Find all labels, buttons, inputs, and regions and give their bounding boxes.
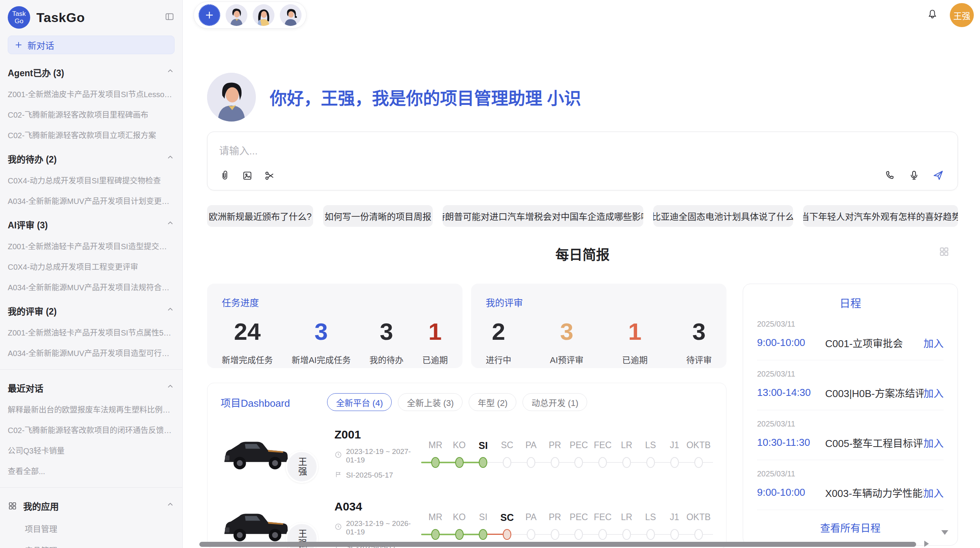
- sidebar-item[interactable]: 查看全部...: [8, 465, 175, 476]
- section-header[interactable]: AI评审 (3): [8, 218, 175, 231]
- sidebar-item[interactable]: A034-全新新能源MUV产品开发项目造型可行性评审: [8, 347, 175, 358]
- milestone-label: SC: [501, 440, 513, 452]
- milestone-circle: [574, 529, 583, 540]
- milestone-label: PEC: [570, 512, 588, 524]
- milestone-circle: [694, 529, 703, 540]
- milestone-label: FEC: [594, 440, 612, 452]
- project-thumbnail: 王强: [221, 431, 318, 477]
- sidebar-item[interactable]: C02-飞腾新能源轻客改款项目里程碑画布: [8, 109, 175, 120]
- sidebar-item[interactable]: 解释最新出台的欧盟报废车法规再生塑料比例被调至15%...: [8, 404, 175, 415]
- sidebar-item[interactable]: C02-飞腾新能源轻客改款项目的闭环通告反馈情况: [8, 424, 175, 435]
- milestone-timeline: MRKOSISCPAPRPECFECLRLSJ1OKTB: [421, 512, 713, 540]
- phone-icon[interactable]: [884, 170, 896, 183]
- project-row[interactable]: 王强A0342023-12-19 ~ 2026-01-19SC-2025-05-…: [221, 497, 713, 548]
- layout-grid-icon[interactable]: [939, 246, 949, 259]
- plus-icon: [14, 41, 23, 49]
- collapse-panel-icon[interactable]: [164, 12, 175, 23]
- milestone-label: OKTB: [686, 512, 711, 524]
- stat-value: 24: [234, 319, 261, 344]
- milestone: PR: [543, 440, 567, 468]
- milestone-label: KO: [453, 512, 466, 524]
- milestone: PA: [519, 512, 543, 540]
- chat-input[interactable]: 请输入...: [207, 132, 958, 190]
- dashboard-tabs: 全新平台 (4)全新上装 (3)年型 (2)动总开发 (1): [327, 393, 587, 411]
- project-list: 王强Z0012023-12-19 ~ 2027-01-19SI-2025-05-…: [221, 425, 713, 548]
- chevron-up-icon: [166, 382, 175, 393]
- microphone-icon[interactable]: [908, 170, 920, 183]
- sidebar-item[interactable]: Z001-全新燃油轻卡产品开发项目SI节点属性5D文件评审: [8, 327, 175, 338]
- suggestion-chip[interactable]: 欧洲新规最近颁布了什么?: [207, 205, 313, 227]
- dashboard-tab[interactable]: 年型 (2): [469, 393, 516, 411]
- section-header[interactable]: Agent已办 (3): [8, 66, 175, 79]
- schedule-time: 10:30-11:30: [757, 437, 825, 449]
- sidebar-item[interactable]: Z001-全新燃油皮卡产品开发项目SI节点Lesson Learn报告: [8, 88, 175, 99]
- send-icon[interactable]: [932, 169, 944, 183]
- milestone: SC: [495, 512, 519, 540]
- sidebar-item[interactable]: C02-飞腾新能源轻客改款项目立项汇报方案: [8, 129, 175, 140]
- content: 你好，王强，我是你的项目管理助理 小识 请输入...: [207, 0, 958, 548]
- milestone-label: SI: [479, 512, 488, 524]
- join-link[interactable]: 加入: [923, 385, 944, 400]
- milestone-timeline: MRKOSISCPAPRPECFECLRLSJ1OKTB: [421, 440, 713, 468]
- milestone-label: MR: [428, 440, 442, 452]
- milestone-label: J1: [670, 512, 679, 524]
- schedule-item: 2025/03/1113:00-14:30C003|H0B-方案冻结评审加入: [757, 360, 944, 410]
- milestone-circle: [598, 529, 607, 540]
- dashboard-tab[interactable]: 全新平台 (4): [327, 393, 392, 411]
- stat: 3新增AI完成任务: [291, 319, 351, 365]
- scroll-right-arrow-icon[interactable]: [924, 541, 929, 547]
- sidebar-item-my-apps[interactable]: 我的应用: [8, 499, 175, 512]
- project-code: A034: [334, 500, 421, 513]
- stat-label: 新增AI完成任务: [291, 353, 351, 365]
- project-flag-text: SI-2025-05-17: [346, 471, 393, 480]
- flag-icon: [334, 471, 346, 480]
- suggestion-chip[interactable]: 特朗普可能对进口汽车增税会对中国车企造成哪些影响: [443, 205, 643, 227]
- suggestion-chip[interactable]: 当下年轻人对汽车外观有怎样的喜好趋势: [803, 205, 958, 227]
- new-chat-button[interactable]: 新对话: [8, 36, 175, 54]
- my-apps-item[interactable]: 项目管理: [25, 522, 175, 534]
- section-header[interactable]: 我的待办 (2): [8, 152, 175, 165]
- stat-label: 进行中: [486, 353, 511, 365]
- scissors-icon[interactable]: [264, 170, 276, 183]
- sidebar-item[interactable]: C0X4-动力总成开发项目工程变更评审: [8, 261, 175, 272]
- sidebar-item[interactable]: A034-全新新能源MUV产品开发项目计划变更表编写: [8, 195, 175, 206]
- sidebar-item[interactable]: A034-全新新能源MUV产品开发项目法规符合性评审: [8, 281, 175, 293]
- scroll-down-arrow-icon[interactable]: [941, 530, 948, 535]
- truck-image: [221, 503, 294, 547]
- horizontal-scrollbar[interactable]: [199, 542, 916, 547]
- attachment-icon[interactable]: [219, 170, 231, 183]
- project-thumbnail: 王强: [221, 503, 318, 548]
- clock-icon: [334, 523, 346, 533]
- clock-icon: [334, 451, 346, 461]
- apps-grid-icon: [8, 501, 17, 510]
- suggestion-chip[interactable]: 如何写一份清晰的项目周报: [323, 205, 433, 227]
- suggestion-chip[interactable]: 比亚迪全固态电池计划具体说了什么: [653, 205, 793, 227]
- dashboard-tab[interactable]: 全新上装 (3): [398, 393, 463, 411]
- my-apps-item[interactable]: 产品管理: [25, 544, 175, 548]
- schedule-date: 2025/03/11: [757, 320, 944, 329]
- milestone-circle: [431, 457, 440, 468]
- milestone: OKTB: [686, 512, 711, 540]
- milestone-circle: [574, 457, 583, 468]
- join-link[interactable]: 加入: [923, 485, 944, 500]
- my-apps-label: 我的应用: [23, 499, 59, 512]
- milestone: LS: [639, 512, 663, 540]
- sidebar-item[interactable]: Z001-全新燃油轻卡产品开发项目SI造型提交物评审: [8, 240, 175, 252]
- sidebar-item[interactable]: C0X4-动力总成开发项目SI里程碑提交物检查: [8, 175, 175, 186]
- milestone-label: PR: [549, 512, 561, 524]
- sidebar-item[interactable]: 公司Q3轻卡销量: [8, 445, 175, 456]
- milestone: KO: [447, 512, 471, 540]
- stat-value: 1: [428, 319, 442, 344]
- section-header[interactable]: 最近对话: [8, 381, 175, 394]
- stat: 3待评审: [686, 319, 712, 365]
- milestone-label: OKTB: [686, 440, 711, 452]
- section-header[interactable]: 我的评审 (2): [8, 304, 175, 317]
- milestone: SI: [471, 512, 495, 540]
- dashboard-tab[interactable]: 动总开发 (1): [523, 393, 587, 411]
- project-row[interactable]: 王强Z0012023-12-19 ~ 2027-01-19SI-2025-05-…: [221, 425, 713, 483]
- join-link[interactable]: 加入: [923, 435, 944, 450]
- view-all-schedule-link[interactable]: 查看所有日程: [757, 510, 944, 537]
- join-link[interactable]: 加入: [923, 336, 944, 350]
- project-code: Z001: [334, 428, 421, 441]
- image-icon[interactable]: [242, 170, 253, 183]
